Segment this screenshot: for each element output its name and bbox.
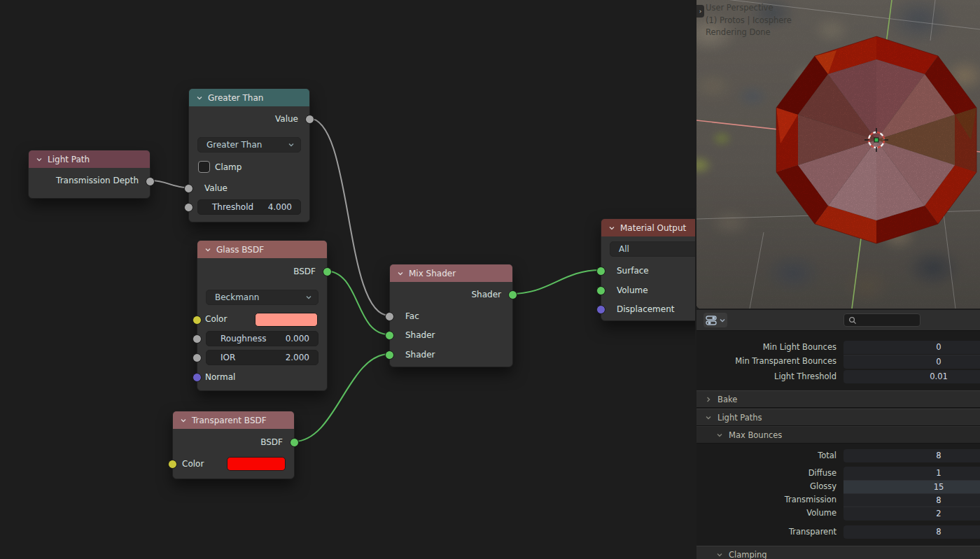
ior-label: IOR	[220, 353, 235, 362]
toolbar-toggle-arrow[interactable]: ›	[696, 5, 704, 17]
panel-header-light-paths[interactable]: Light Paths	[696, 409, 980, 426]
row-label: Glossy	[696, 480, 836, 493]
socket-roughness-input[interactable]	[192, 334, 202, 344]
operation-dropdown[interactable]: Greater Than	[197, 137, 301, 153]
socket-transmission-depth-output[interactable]	[146, 177, 155, 186]
roughness-field[interactable]: Roughness 0.000	[206, 331, 318, 346]
node-title: Material Output	[620, 223, 686, 233]
ior-field[interactable]: IOR 2.000	[206, 350, 318, 365]
min-light-bounces-row: Min Light Bounces 0	[696, 341, 980, 354]
socket-surface-input[interactable]	[596, 267, 606, 276]
panel-label-bake: Bake	[718, 395, 737, 404]
link-mix-to-output-surface[interactable]	[511, 270, 601, 294]
operation-value: Greater Than	[206, 140, 262, 150]
properties-editor[interactable]: Min Light Bounces 0 Min Transparent Boun…	[696, 310, 980, 559]
properties-editor-icon	[706, 314, 718, 326]
render-status-text: Rendering Done	[706, 27, 792, 39]
properties-search-field[interactable]	[844, 313, 920, 327]
3d-viewport[interactable]: User Perspective (1) Protos | Icosphere …	[696, 0, 980, 309]
node-glass-header[interactable]: Glass BSDF	[197, 241, 327, 258]
node-transparent-bsdf[interactable]: Transparent BSDF BSDF Color	[172, 411, 295, 479]
node-glass-bsdf[interactable]: Glass BSDF BSDF Beckmann Color Roughness…	[197, 240, 328, 391]
glass-color-swatch[interactable]	[255, 313, 318, 327]
node-mix-shader[interactable]: Mix Shader Shader Fac Shader Shader	[389, 264, 513, 367]
node-transparent-header[interactable]: Transparent BSDF	[173, 411, 294, 429]
total-field[interactable]: 8	[844, 449, 980, 462]
min-transparent-bounces-row: Min Transparent Bounces 0	[696, 355, 980, 368]
volume-field[interactable]: 2	[844, 507, 980, 521]
collapse-chevron-icon[interactable]	[36, 156, 43, 163]
light-threshold-field[interactable]: 0.01	[844, 370, 980, 383]
socket-color-input[interactable]	[168, 460, 177, 469]
normal-label: Normal	[205, 372, 235, 382]
dropdown-chevron-icon	[288, 141, 295, 148]
socket-fac-input[interactable]	[385, 312, 394, 321]
socket-threshold-input[interactable]	[184, 203, 193, 212]
collapse-chevron-icon[interactable]	[204, 246, 211, 253]
socket-normal-input[interactable]	[192, 373, 202, 382]
node-title: Glass BSDF	[216, 245, 264, 255]
clamp-label: Clamp	[215, 162, 241, 172]
row-label: Min Light Bounces	[696, 341, 836, 354]
subpanel-expanded-chevron-icon	[716, 551, 723, 558]
socket-shader1-input[interactable]	[385, 331, 394, 340]
editor-type-button[interactable]	[704, 313, 727, 327]
node-links	[0, 0, 695, 559]
output-label-shader: Shader	[410, 290, 501, 299]
node-greater-than[interactable]: Greater Than Value Greater Than Clamp Va…	[188, 88, 310, 222]
socket-bsdf-output[interactable]	[323, 267, 332, 276]
link-lightpath-to-greaterthan[interactable]	[150, 181, 188, 187]
output-target-dropdown[interactable]: All	[610, 241, 695, 257]
socket-color-input[interactable]	[192, 316, 202, 325]
min-light-bounces-field[interactable]: 0	[844, 341, 980, 354]
diffuse-row: Diffuse 1	[696, 467, 980, 480]
diffuse-field[interactable]: 1	[844, 467, 980, 480]
clamp-checkbox[interactable]	[198, 161, 210, 173]
node-material-output[interactable]: Material Output All Surface Volume Displ…	[601, 218, 695, 321]
output-label-value: Value	[214, 114, 298, 124]
row-label: Diffuse	[696, 467, 836, 480]
view-name-text: User Perspective	[706, 2, 792, 15]
collapse-chevron-icon[interactable]	[196, 94, 203, 101]
node-greater-than-header[interactable]: Greater Than	[189, 89, 309, 106]
collapse-chevron-icon[interactable]	[608, 225, 615, 232]
transparent-field[interactable]: 8	[844, 525, 980, 539]
socket-bsdf-output[interactable]	[290, 438, 299, 447]
output-label-bsdf: BSDF	[199, 437, 283, 447]
node-light-path[interactable]: Light Path Transmission Depth	[28, 150, 150, 199]
node-light-path-header[interactable]: Light Path	[29, 150, 150, 168]
clamp-row: Clamp	[198, 161, 241, 173]
socket-value-output[interactable]	[305, 115, 314, 124]
node-material-output-header[interactable]: Material Output	[601, 219, 695, 236]
transmission-field[interactable]: 8	[844, 493, 980, 507]
row-label: Volume	[696, 507, 836, 520]
socket-displacement-input[interactable]	[596, 305, 606, 314]
node-mix-header[interactable]: Mix Shader	[390, 264, 512, 282]
socket-shader2-input[interactable]	[385, 351, 394, 360]
panel-header-bake[interactable]: Bake	[696, 390, 980, 408]
socket-ior-input[interactable]	[192, 353, 202, 362]
volume-row: Volume 2	[696, 507, 980, 520]
properties-header	[696, 310, 980, 331]
min-transparent-bounces-field[interactable]: 0	[844, 355, 980, 369]
light-threshold-row: Light Threshold 0.01	[696, 370, 980, 383]
glossy-field[interactable]: 15	[844, 480, 980, 494]
link-glass-to-mix-shader1[interactable]	[325, 271, 389, 334]
row-label: Transparent	[696, 525, 836, 539]
subpanel-header-clamping[interactable]: Clamping	[696, 546, 980, 559]
transparent-color-swatch[interactable]	[227, 457, 286, 471]
subpanel-header-max-bounces[interactable]: Max Bounces	[696, 426, 980, 444]
distribution-dropdown[interactable]: Beckmann	[206, 290, 318, 305]
threshold-field[interactable]: Threshold 4.000	[197, 199, 301, 215]
node-title: Greater Than	[208, 93, 263, 103]
collapse-chevron-icon[interactable]	[180, 417, 187, 424]
collapse-chevron-icon[interactable]	[397, 270, 404, 277]
socket-volume-input[interactable]	[596, 286, 606, 295]
socket-shader-output[interactable]	[508, 290, 517, 299]
socket-value-input[interactable]	[184, 184, 193, 193]
input-label-value: Value	[204, 183, 227, 193]
total-row: Total 8	[696, 449, 980, 462]
viewport-render	[696, 0, 980, 309]
shader-node-editor[interactable]: Light Path Transmission Depth Greater Th…	[0, 0, 695, 559]
active-object-text: (1) Protos | Icosphere	[706, 15, 792, 27]
